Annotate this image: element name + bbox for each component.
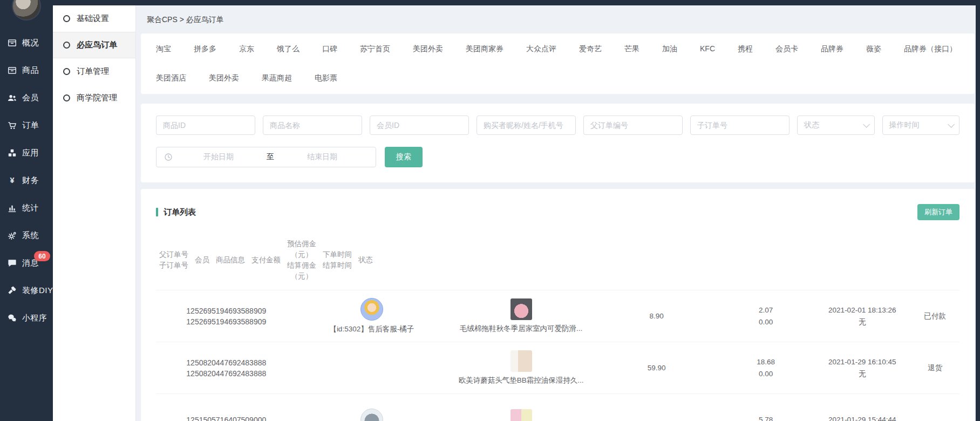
channel-tab[interactable]: 品牌券 [821, 42, 843, 55]
submenu-item[interactable]: 必应鸟订单 [53, 32, 135, 58]
submenu-item-label: 商学院管理 [77, 93, 117, 103]
filter-input[interactable] [370, 116, 469, 135]
section-title: 订单列表 [164, 207, 196, 218]
member-name: 【id:5302】售后客服-橘子 [329, 324, 414, 334]
date-range-separator: 至 [264, 152, 276, 162]
member-avatar [360, 409, 383, 421]
parent-order-no: 1250820447692483888 [186, 357, 266, 368]
product-image [511, 409, 532, 421]
channel-tab[interactable]: 芒果 [624, 42, 639, 55]
orders-table: 父订单号 子订单号会员商品信息支付金额预估佣金 （元） 结算佣金 （元）下单时间… [156, 230, 959, 421]
app-icon [7, 148, 17, 158]
start-date-input[interactable]: 开始日期 [173, 152, 264, 162]
submenu-item[interactable]: 订单管理 [53, 58, 135, 85]
channel-tab[interactable]: 果蔬商超 [262, 71, 292, 84]
sidebar-item[interactable]: 应用 [0, 139, 53, 167]
product-name: 欧美诗蘑菇头气垫BB霜控油保湿持久... [459, 376, 584, 385]
channel-tab[interactable]: 会员卡 [775, 42, 798, 55]
chevron-down-icon [863, 121, 870, 128]
channel-tab[interactable]: KFC [700, 42, 715, 55]
refresh-orders-button[interactable]: 刷新订单 [917, 204, 959, 220]
channel-tab[interactable]: 美团商家券 [466, 42, 503, 55]
sidebar-item[interactable]: 统计 [0, 194, 53, 222]
channel-tab-row-1: 淘宝拼多多京东饿了么口碑苏宁首页美团外卖美团商家券大众点评爱奇艺芒果加油KFC携… [156, 42, 959, 55]
channel-tab[interactable]: 加油 [662, 42, 677, 55]
scrollbar-track[interactable] [976, 0, 980, 421]
order-time: 2021-02-01 18:13:26 [828, 304, 896, 316]
sidebar-item-label: 概况 [22, 38, 39, 48]
channel-tab[interactable]: 大众点评 [526, 42, 556, 55]
channel-tab[interactable]: 美团外卖 [413, 42, 443, 55]
channel-tab[interactable]: 品牌券（接口） [904, 42, 957, 55]
settled-commission: 0.00 [759, 368, 773, 380]
message-icon [7, 258, 17, 268]
channel-tab[interactable]: 电影票 [315, 71, 337, 84]
settle-time: 无 [859, 368, 866, 380]
select-placeholder: 状态 [804, 120, 819, 130]
sidebar-item[interactable]: 系统 [0, 222, 53, 249]
sidebar-item[interactable]: 商品 [0, 57, 53, 84]
settle-time: 无 [859, 316, 866, 328]
end-date-input[interactable]: 结束日期 [276, 152, 368, 162]
channel-tab[interactable]: 淘宝 [156, 42, 171, 55]
top-bar [0, 0, 980, 5]
submenu-item-label: 订单管理 [77, 66, 109, 77]
column-header: 下单时间 结算时间 [319, 244, 355, 276]
date-range-picker[interactable]: 开始日期 至 结束日期 [156, 147, 376, 167]
message-count-badge: 60 [34, 251, 50, 261]
sidebar-item-label: 统计 [22, 203, 39, 213]
sidebar-item-label: 订单 [22, 120, 39, 131]
svg-text:¥: ¥ [10, 176, 15, 185]
sidebar-item-label: 会员 [22, 93, 39, 103]
product-image [511, 350, 532, 372]
sidebar-item[interactable]: 订单 [0, 112, 53, 139]
channel-tab[interactable]: 携程 [738, 42, 753, 55]
order-list-card: 订单列表 刷新订单 父订单号 子订单号会员商品信息支付金额预估佣金 （元） 结算… [141, 189, 975, 421]
channel-tab-row-2: 美团酒店美团外卖果蔬商超电影票 [156, 71, 959, 84]
filter-input[interactable] [477, 116, 576, 135]
channel-tab[interactable]: 拼多多 [194, 42, 216, 55]
main-sidebar: 概况 商品 会员 订单 应用 [0, 0, 53, 421]
circle-bullet-icon [63, 15, 70, 22]
main-content: 聚合CPS > 必应鸟订单 淘宝拼多多京东饿了么口碑苏宁首页美团外卖美团商家券大… [136, 0, 980, 421]
status-text: 退货 [928, 362, 942, 374]
order-time: 2021-01-29 16:10:45 [828, 356, 896, 368]
clock-icon [164, 153, 173, 161]
filter-select[interactable]: 状态 [797, 116, 875, 135]
order-time: 2021-01-29 15:44:44 [828, 414, 896, 421]
sidebar-item[interactable]: 小程序 [0, 304, 53, 332]
sidebar-item[interactable]: 装修DIY [0, 277, 53, 304]
channel-tab[interactable]: 京东 [239, 42, 254, 55]
filter-input[interactable] [156, 116, 255, 135]
filter-input[interactable] [690, 116, 790, 135]
table-row: 1251505716407509000 [156, 394, 959, 421]
column-header: 支付金额 [248, 249, 284, 271]
filter-input[interactable] [583, 116, 683, 135]
product-icon [7, 65, 17, 76]
submenu-item[interactable]: 商学院管理 [53, 85, 135, 111]
table-row: 1252695194693588909 1252695194693588909 … [156, 290, 959, 342]
sidebar-item[interactable]: 消息 60 [0, 249, 53, 277]
channel-tab[interactable]: 美团酒店 [156, 71, 186, 84]
channel-tab[interactable]: 爱奇艺 [579, 42, 602, 55]
submenu-item[interactable]: 基础设置 [53, 5, 135, 32]
sidebar-item-label: 应用 [22, 148, 39, 158]
product-image [511, 298, 532, 320]
search-button[interactable]: 搜索 [385, 147, 423, 167]
breadcrumb[interactable]: 聚合CPS > 必应鸟订单 [141, 5, 975, 33]
sidebar-item[interactable]: 概况 [0, 29, 53, 57]
channel-tab[interactable]: 美团外卖 [209, 71, 239, 84]
channel-tab[interactable]: 口碑 [322, 42, 337, 55]
channel-tab[interactable]: 饿了么 [277, 42, 300, 55]
avatar[interactable] [12, 0, 41, 21]
child-order-no: 1250820447692483888 [186, 368, 266, 379]
channel-tab[interactable]: 薇姿 [866, 42, 881, 55]
filter-select[interactable]: 操作时间 [882, 116, 960, 135]
sidebar-item[interactable]: 会员 [0, 84, 53, 112]
filter-input[interactable] [263, 116, 362, 135]
sidebar-item-label: 小程序 [22, 313, 47, 323]
sidebar-item[interactable]: ¥ 财务 [0, 167, 53, 194]
sidebar-item-label: 商品 [22, 65, 39, 76]
channel-tab[interactable]: 苏宁首页 [360, 42, 390, 55]
filter-card: 状态 操作时间 开始日期 至 结束日期 搜索 [141, 104, 975, 182]
